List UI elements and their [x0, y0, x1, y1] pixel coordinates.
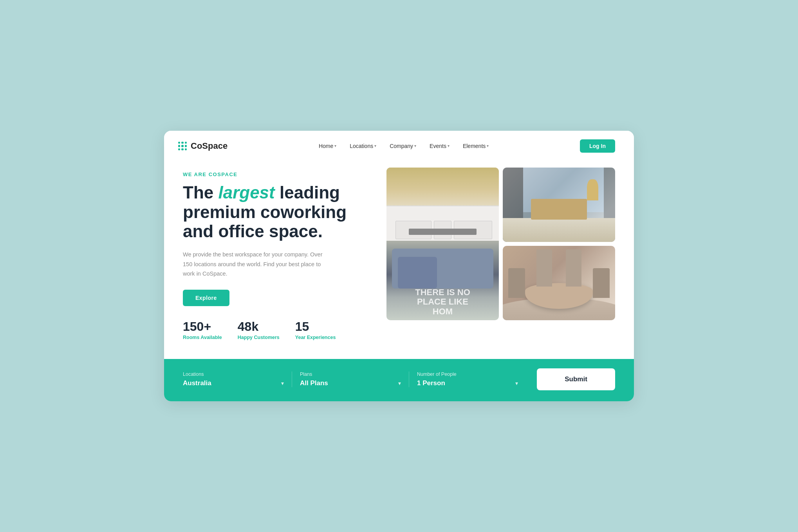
nav-item-home[interactable]: Home ▾ — [313, 141, 342, 151]
chevron-down-icon: ▾ — [374, 144, 376, 148]
hero-headline: The largest leading premium coworking an… — [183, 183, 371, 241]
chevron-down-icon: ▾ — [448, 144, 450, 148]
locations-select[interactable]: Australia ▾ — [183, 379, 284, 387]
hero-left: WE ARE COSPACE The largest leading premi… — [183, 171, 371, 340]
filter-bar: Locations Australia ▾ Plans All Plans ▾ … — [164, 359, 634, 401]
locations-label: Locations — [183, 371, 284, 377]
chevron-down-icon: ▾ — [334, 144, 336, 148]
plans-select[interactable]: All Plans ▾ — [300, 379, 401, 387]
main-nav: Home ▾ Locations ▾ Company ▾ Events ▾ El… — [313, 141, 494, 151]
login-button[interactable]: Log In — [580, 139, 615, 153]
stat-rooms: 150+ Rooms Available — [183, 319, 222, 340]
plans-value: All Plans — [300, 379, 328, 387]
filter-locations[interactable]: Locations Australia ▾ — [183, 371, 292, 387]
locations-value: Australia — [183, 379, 211, 387]
filter-people[interactable]: Number of People 1 Person ▾ — [409, 371, 526, 387]
stat-customers: 48k Happy Customers — [238, 319, 280, 340]
explore-button[interactable]: Explore — [183, 290, 229, 306]
submit-button[interactable]: Submit — [537, 368, 615, 390]
hero-subtitle: WE ARE COSPACE — [183, 171, 371, 177]
chevron-down-icon: ▾ — [414, 144, 416, 148]
main-content: WE ARE COSPACE The largest leading premi… — [164, 160, 634, 359]
nav-item-company[interactable]: Company ▾ — [384, 141, 422, 151]
brand-name: CoSpace — [191, 141, 227, 151]
stat-experience: 15 Year Experiences — [295, 319, 336, 340]
nav-item-events[interactable]: Events ▾ — [424, 141, 455, 151]
people-value: 1 Person — [417, 379, 445, 387]
nav-item-elements[interactable]: Elements ▾ — [457, 141, 494, 151]
logo-area: CoSpace — [178, 141, 227, 151]
page-card: CoSpace Home ▾ Locations ▾ Company ▾ Eve… — [164, 131, 634, 401]
header: CoSpace Home ▾ Locations ▾ Company ▾ Eve… — [164, 131, 634, 160]
chevron-down-icon: ▾ — [487, 144, 489, 148]
chevron-down-icon: ▾ — [398, 380, 401, 386]
hero-description: We provide the best workspace for your c… — [183, 250, 332, 279]
people-select[interactable]: 1 Person ▾ — [417, 379, 518, 387]
people-label: Number of People — [417, 371, 518, 377]
photo-couch: THERE IS NOPLACE LIKEHOM — [386, 168, 499, 320]
plans-label: Plans — [300, 371, 401, 377]
stats-row: 150+ Rooms Available 48k Happy Customers… — [183, 319, 371, 340]
nav-item-locations[interactable]: Locations ▾ — [344, 141, 382, 151]
photo-grid: THERE IS NOPLACE LIKEHOM — [386, 168, 615, 320]
chevron-down-icon: ▾ — [281, 380, 284, 386]
photo-dining — [503, 246, 615, 320]
grid-icon — [178, 142, 187, 150]
chevron-down-icon: ▾ — [515, 380, 518, 386]
photo-room — [503, 168, 615, 242]
filter-plans[interactable]: Plans All Plans ▾ — [292, 371, 409, 387]
